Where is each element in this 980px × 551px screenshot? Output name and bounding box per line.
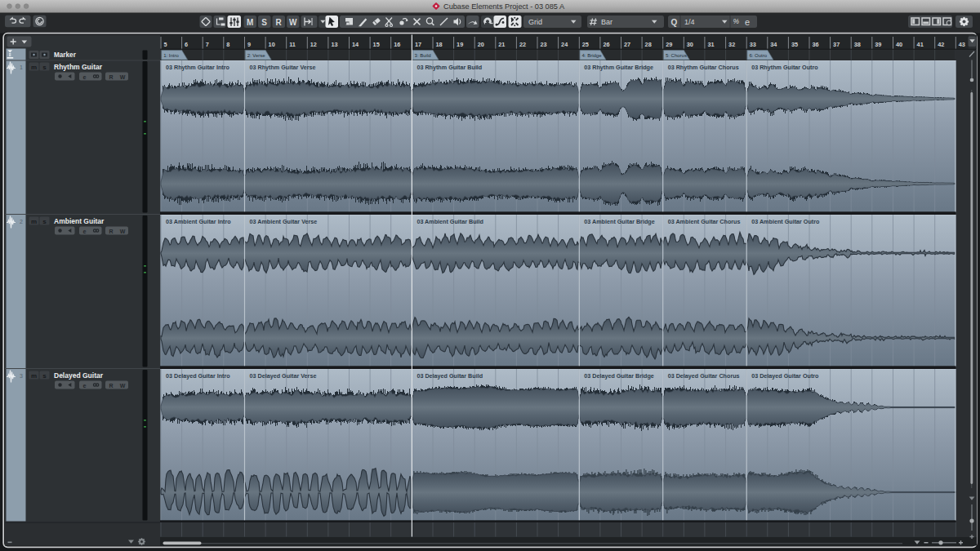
svg-text:W: W <box>120 229 126 234</box>
svg-text:40: 40 <box>896 41 902 48</box>
svg-text:03 Delayed Guitar Verse: 03 Delayed Guitar Verse <box>250 372 317 380</box>
svg-text:m: m <box>31 218 37 225</box>
svg-text:24: 24 <box>561 41 568 48</box>
svg-text:34: 34 <box>770 41 777 48</box>
svg-text:12: 12 <box>310 41 317 48</box>
svg-text:11: 11 <box>289 41 296 48</box>
svg-text:9: 9 <box>247 41 251 48</box>
svg-text:m: m <box>31 64 37 71</box>
svg-text:35: 35 <box>791 41 798 48</box>
svg-text:6: Outro: 6: Outro <box>749 53 767 58</box>
svg-text:19: 19 <box>457 41 463 48</box>
svg-text:41: 41 <box>917 41 924 48</box>
svg-text:W: W <box>120 74 126 80</box>
svg-text:30: 30 <box>687 41 693 48</box>
svg-text:2: Verse: 2: Verse <box>247 53 266 58</box>
svg-text:S: S <box>261 18 267 27</box>
svg-text:e: e <box>745 17 750 27</box>
svg-text:6: 6 <box>185 41 188 48</box>
svg-text:03 Rhythm Guitar Build: 03 Rhythm Guitar Build <box>416 64 482 71</box>
svg-text:7: 7 <box>206 41 209 48</box>
svg-text:15: 15 <box>373 41 380 48</box>
svg-text:03 Ambient Guitar Verse: 03 Ambient Guitar Verse <box>250 218 318 225</box>
svg-text:R: R <box>109 74 113 80</box>
svg-text:03 Rhythm Guitar Chorus: 03 Rhythm Guitar Chorus <box>668 64 739 71</box>
svg-text:R: R <box>276 18 283 27</box>
svg-text:Cubase Elements Project - 03 0: Cubase Elements Project - 03 085 A <box>443 2 565 11</box>
svg-text:39: 39 <box>875 41 881 48</box>
svg-text:20: 20 <box>478 41 484 48</box>
svg-text:s: s <box>42 64 47 71</box>
svg-text:1: Intro: 1: Intro <box>163 53 179 58</box>
svg-text:2: 2 <box>20 219 23 224</box>
svg-text:R: R <box>109 229 113 234</box>
svg-text:23: 23 <box>541 41 547 48</box>
svg-text:33: 33 <box>750 41 756 48</box>
svg-text:14: 14 <box>352 41 359 48</box>
svg-text:42: 42 <box>938 41 944 48</box>
svg-text:03 Rhythm Guitar Bridge: 03 Rhythm Guitar Bridge <box>584 64 653 71</box>
svg-text:e: e <box>83 228 87 235</box>
svg-text:03 Delayed Guitar Outro: 03 Delayed Guitar Outro <box>751 372 819 380</box>
svg-text:5: Chorus: 5: Chorus <box>666 53 687 58</box>
svg-text:31: 31 <box>707 41 714 48</box>
svg-text:03 Rhythm Guitar Outro: 03 Rhythm Guitar Outro <box>751 64 818 71</box>
svg-text:03 Delayed Guitar Bridge: 03 Delayed Guitar Bridge <box>584 372 653 380</box>
svg-text:32: 32 <box>728 41 735 48</box>
svg-text:%: % <box>733 17 740 25</box>
svg-text:Q: Q <box>671 18 678 27</box>
svg-text:Marker: Marker <box>54 51 77 59</box>
svg-text:36: 36 <box>813 41 819 48</box>
svg-text:m: m <box>31 372 37 380</box>
svg-text:37: 37 <box>833 41 840 48</box>
svg-text:13: 13 <box>331 41 337 48</box>
svg-text:Bar: Bar <box>601 18 612 26</box>
svg-text:Delayed Guitar: Delayed Guitar <box>54 371 104 380</box>
svg-text:21: 21 <box>498 41 505 48</box>
svg-text:Grid: Grid <box>528 18 542 26</box>
svg-text:Rhythm Guitar: Rhythm Guitar <box>54 63 103 71</box>
svg-text:8: 8 <box>226 41 229 48</box>
svg-text:03 Ambient Guitar Outro: 03 Ambient Guitar Outro <box>751 218 820 225</box>
svg-text:W: W <box>120 383 126 389</box>
svg-text:4: Bridge: 4: Bridge <box>582 53 603 58</box>
svg-text:03 Rhythm Guitar Intro: 03 Rhythm Guitar Intro <box>166 64 229 71</box>
svg-text:e: e <box>83 382 87 389</box>
svg-text:43: 43 <box>959 41 965 48</box>
svg-text:Ambient Guitar: Ambient Guitar <box>54 217 105 225</box>
svg-text:1/4: 1/4 <box>684 18 695 26</box>
svg-text:s: s <box>42 372 47 380</box>
svg-text:10: 10 <box>269 41 275 48</box>
svg-text:25: 25 <box>582 41 589 48</box>
svg-text:38: 38 <box>854 41 861 48</box>
svg-text:03 Delayed Guitar Chorus: 03 Delayed Guitar Chorus <box>668 372 740 380</box>
svg-text:03 Ambient Guitar Chorus: 03 Ambient Guitar Chorus <box>668 218 741 225</box>
svg-text:5: 5 <box>164 41 167 48</box>
svg-text:03 Ambient Guitar Build: 03 Ambient Guitar Build <box>416 218 483 225</box>
svg-text:03 Delayed Guitar Intro: 03 Delayed Guitar Intro <box>166 372 230 380</box>
svg-text:28: 28 <box>645 41 652 48</box>
svg-text:03 Ambient Guitar Intro: 03 Ambient Guitar Intro <box>166 218 231 225</box>
svg-text:3: Build: 3: Build <box>415 53 431 58</box>
svg-text:27: 27 <box>624 41 630 48</box>
svg-text:M: M <box>247 18 253 27</box>
svg-text:03 Delayed Guitar Build: 03 Delayed Guitar Build <box>416 372 483 380</box>
svg-text:16: 16 <box>394 41 400 48</box>
svg-text:18: 18 <box>436 41 443 48</box>
svg-text:17: 17 <box>415 41 421 48</box>
svg-text:s: s <box>42 218 47 225</box>
svg-text:22: 22 <box>519 41 526 48</box>
svg-text:29: 29 <box>666 41 672 48</box>
svg-text:26: 26 <box>603 41 609 48</box>
svg-text:03 Ambient Guitar Bridge: 03 Ambient Guitar Bridge <box>584 218 654 225</box>
svg-text:e: e <box>83 73 87 81</box>
svg-text:3: 3 <box>20 373 23 379</box>
svg-text:03 Rhythm Guitar Verse: 03 Rhythm Guitar Verse <box>250 64 316 71</box>
svg-text:W: W <box>289 18 297 27</box>
svg-text:R: R <box>109 383 113 389</box>
svg-text:1: 1 <box>20 64 23 70</box>
